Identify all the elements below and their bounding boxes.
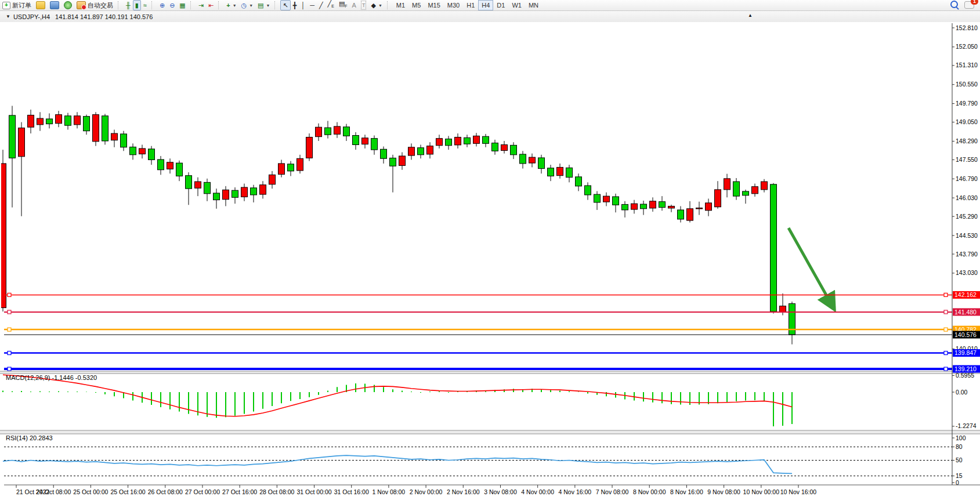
market-watch-button[interactable] — [34, 0, 48, 10]
shapes-tool-button[interactable]: ◆▼ — [368, 0, 384, 10]
navigator-icon — [50, 1, 59, 9]
chevron-down-icon: ▼ — [249, 3, 253, 8]
search-icon — [950, 1, 958, 8]
candle-body — [594, 194, 601, 202]
autotrading-button[interactable]: 自动交易 — [74, 0, 115, 10]
candle-body — [353, 135, 359, 144]
line-handle[interactable] — [8, 328, 11, 331]
indicators-button[interactable]: +▼ — [224, 0, 238, 10]
line-chart-button[interactable]: ≈ — [141, 0, 149, 10]
time-tick-label: 10 Nov 00:00 — [743, 488, 780, 495]
trendline-tool-button[interactable]: ╱ — [317, 0, 326, 10]
price-tick-label: 145.290 — [956, 213, 978, 220]
candle-body — [743, 191, 749, 195]
new-order-icon: + — [2, 2, 10, 9]
candle-body — [399, 156, 406, 165]
timeframe-mn[interactable]: MN — [525, 0, 542, 10]
terminal-button[interactable] — [62, 0, 74, 10]
candle-body — [706, 203, 712, 211]
line-handle[interactable] — [8, 310, 11, 314]
navigator-button[interactable] — [48, 0, 62, 10]
candle-body — [613, 197, 619, 205]
terminal-icon — [64, 1, 72, 9]
line-handle[interactable] — [944, 367, 948, 371]
notifications-button[interactable]: 1 — [964, 1, 974, 10]
line-handle[interactable] — [944, 310, 948, 314]
candle-body — [334, 126, 341, 134]
time-tick-label: 2 Nov 00:00 — [410, 488, 443, 495]
candle-body — [566, 168, 573, 177]
search-button[interactable] — [950, 1, 960, 10]
text-tool-button[interactable]: A — [350, 0, 359, 10]
chart-canvas[interactable]: MACD(12,26,9) -1.1446 -0.5320RSI(14) 20.… — [0, 22, 980, 500]
timeframe-h4[interactable]: H4 — [478, 0, 493, 10]
line-handle[interactable] — [8, 352, 11, 355]
candle-body — [279, 164, 285, 175]
bar-chart-button[interactable]: ╫ — [124, 0, 133, 10]
timeframe-m15[interactable]: M15 — [424, 0, 443, 10]
chevron-down-icon: ▼ — [233, 3, 237, 8]
fibonacci-tool-button[interactable]: ▤F — [337, 0, 350, 10]
candle-body — [668, 206, 675, 208]
candle-body — [343, 127, 350, 136]
cursor-tool-button[interactable]: ↖ — [280, 0, 290, 10]
timeframe-m5[interactable]: M5 — [408, 0, 424, 10]
candle-body — [427, 146, 433, 154]
timeframe-m30[interactable]: M30 — [444, 0, 463, 10]
fibonacci-icon: ▤F — [339, 0, 348, 11]
current-price-label: 140.576 — [954, 331, 977, 338]
chevron-down-icon: ▼ — [266, 3, 270, 8]
horizontal-line-tool-button[interactable]: ─ — [308, 0, 317, 10]
new-order-button[interactable]: + 新订单 — [0, 0, 34, 10]
candle-body — [214, 193, 220, 200]
vertical-line-tool-button[interactable]: │ — [299, 0, 308, 10]
line-handle[interactable] — [8, 293, 11, 296]
chart-shift-button[interactable]: ⇤ — [206, 0, 216, 10]
line-handle[interactable] — [944, 328, 948, 331]
candle-body — [111, 133, 118, 140]
toolbar-separator — [274, 1, 279, 9]
templates-button[interactable]: ▤▼ — [255, 0, 272, 10]
top-toolbar: + 新订单 自动交易 ╫ ▮ ≈ ⊕ ⊖ ▦ ⇥ ⇤ +▼ ◷▼ ▤▼ ↖ ╋ … — [0, 0, 980, 11]
candle-body — [687, 209, 693, 220]
candle-body — [306, 137, 313, 158]
candle-body — [260, 185, 266, 194]
price-line-label: 139.847 — [954, 349, 977, 356]
candle-body — [84, 117, 90, 131]
candle-body — [492, 143, 498, 151]
timeframe-m1[interactable]: M1 — [393, 0, 408, 10]
periods-button[interactable]: ◷▼ — [239, 0, 256, 10]
rsi-label: RSI(14) 20.2843 — [6, 434, 53, 441]
chart-dropdown-icon[interactable]: ▼ — [6, 14, 10, 19]
candle-body — [631, 204, 638, 209]
chart-titlebar: ▼ USDJPY-,H4 141.814 141.897 140.191 140… — [0, 11, 980, 23]
toolbar-separator — [218, 1, 223, 9]
zoom-out-button[interactable]: ⊖ — [167, 0, 177, 10]
zoom-in-button[interactable]: ⊕ — [157, 0, 167, 10]
rsi-tick-label: 15 — [956, 472, 963, 479]
channel-tool-button[interactable]: ╱E — [326, 0, 337, 10]
candlestick-chart-button[interactable]: ▮ — [133, 0, 141, 10]
crosshair-tool-button[interactable]: ╋ — [291, 0, 299, 10]
timeframe-d1[interactable]: D1 — [493, 0, 508, 10]
panel-separator[interactable] — [0, 371, 980, 374]
candle-body — [455, 137, 461, 145]
auto-scroll-button[interactable]: ⇥ — [196, 0, 206, 10]
price-tick-label: 147.550 — [956, 156, 978, 163]
indicators-icon: + — [226, 1, 230, 9]
chart-plot-area[interactable] — [4, 23, 952, 371]
text-label-tool-button[interactable]: T — [359, 0, 369, 10]
candle-body — [56, 115, 62, 124]
line-handle[interactable] — [944, 352, 948, 355]
rsi-tick-label: 80 — [956, 443, 963, 450]
line-handle[interactable] — [944, 293, 948, 296]
line-handle[interactable] — [8, 367, 11, 371]
timeframe-h1[interactable]: H1 — [463, 0, 478, 10]
tile-windows-button[interactable]: ▦ — [177, 0, 187, 10]
candle-body — [223, 190, 229, 199]
candle-body — [473, 136, 480, 143]
chart-shift-marker: ▲ — [748, 13, 753, 18]
panel-separator[interactable] — [0, 430, 980, 434]
timeframe-w1[interactable]: W1 — [508, 0, 525, 10]
time-tick-label: 9 Nov 08:00 — [707, 488, 740, 495]
